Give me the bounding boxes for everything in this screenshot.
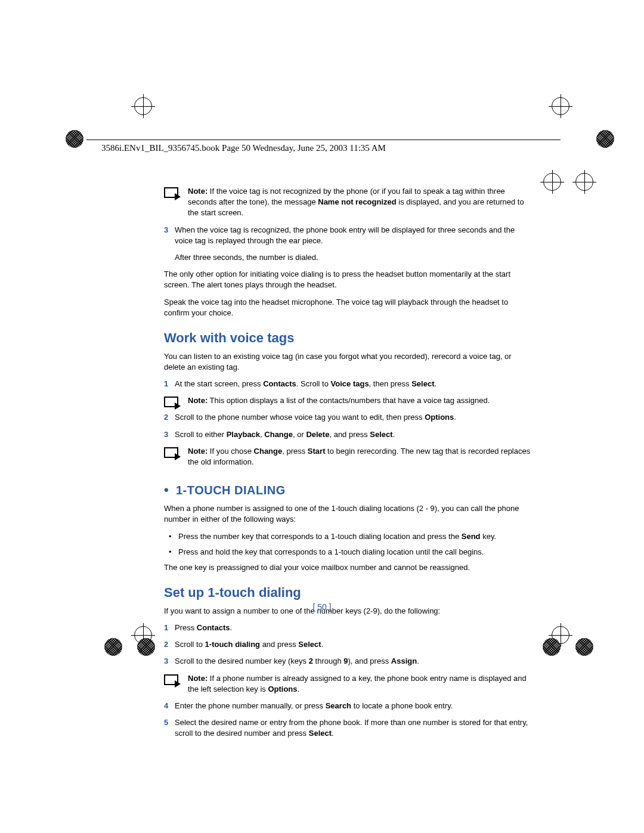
body-text: The only other option for initiating voi… xyxy=(164,269,531,290)
numbered-step: 1 Press Contacts. xyxy=(164,623,531,633)
registration-sphere xyxy=(543,638,561,656)
note-icon xyxy=(164,397,178,407)
header-rule xyxy=(86,140,561,140)
step-text: Scroll to either Playback, Change, or De… xyxy=(175,429,531,440)
note-block: Note: If the voice tag is not recognized… xyxy=(164,186,531,219)
step-number: 2 xyxy=(164,412,168,423)
step-text: Select the desired name or entry from th… xyxy=(175,717,531,739)
note-text: Note: If you chose Change, press Start t… xyxy=(188,446,531,467)
section-heading: 1-TOUCH DIALING xyxy=(164,482,531,498)
step-number: 3 xyxy=(164,225,168,236)
step-number: 1 xyxy=(164,623,168,633)
note-icon xyxy=(164,187,178,198)
page-number: [ 50 ] xyxy=(0,602,644,612)
numbered-step: 5 Select the desired name or entry from … xyxy=(164,717,531,739)
body-text: You can listen to an existing voice tag … xyxy=(164,351,531,373)
numbered-step: 3 Scroll to either Playback, Change, or … xyxy=(164,429,531,440)
numbered-step: 3 Scroll to the desired number key (keys… xyxy=(164,656,531,667)
registration-sphere xyxy=(575,638,593,656)
step-number: 5 xyxy=(164,717,168,728)
note-icon xyxy=(164,674,178,685)
numbered-step: 2 Scroll to the phone number whose voice… xyxy=(164,412,531,423)
page-content: Note: If the voice tag is not recognized… xyxy=(164,186,531,745)
step-text: Scroll to the phone number whose voice t… xyxy=(175,412,531,423)
crop-mark-right-1 xyxy=(540,170,564,194)
registration-sphere xyxy=(596,130,614,148)
step-number: 4 xyxy=(164,701,168,711)
step-number: 1 xyxy=(164,379,168,389)
subsection-heading: Set up 1-touch dialing xyxy=(164,584,531,602)
body-text: Speak the voice tag into the headset mic… xyxy=(164,297,531,318)
step-text: After three seconds, the number is diale… xyxy=(175,252,531,263)
step-text: When the voice tag is recognized, the ph… xyxy=(175,225,531,246)
note-block: Note: If a phone number is already assig… xyxy=(164,673,531,695)
body-text: The one key is preassigned to dial your … xyxy=(164,562,531,573)
crop-mark-right-2 xyxy=(572,170,596,194)
step-number: 3 xyxy=(164,429,168,440)
note-text: Note: If a phone number is already assig… xyxy=(188,673,531,695)
step-text: Scroll to the desired number key (keys 2… xyxy=(175,656,531,667)
note-icon xyxy=(164,447,178,458)
registration-sphere xyxy=(104,638,122,656)
note-block: Note: This option displays a list of the… xyxy=(164,395,531,406)
note-text: Note: If the voice tag is not recognized… xyxy=(188,186,531,219)
numbered-step: 3 When the voice tag is recognized, the … xyxy=(164,225,531,264)
crop-mark-top-right xyxy=(549,94,572,118)
numbered-step: 4 Enter the phone number manually, or pr… xyxy=(164,701,531,711)
numbered-step: 1 At the start screen, press Contacts. S… xyxy=(164,379,531,389)
bullet-item: Press and hold the key that corresponds … xyxy=(164,547,531,558)
step-number: 3 xyxy=(164,656,168,667)
body-text: When a phone number is assigned to one o… xyxy=(164,503,531,525)
step-text: Enter the phone number manually, or pres… xyxy=(175,701,531,711)
numbered-step: 2 Scroll to 1-touch dialing and press Se… xyxy=(164,639,531,650)
note-block: Note: If you chose Change, press Start t… xyxy=(164,446,531,467)
subsection-heading: Work with voice tags xyxy=(164,329,531,348)
bullet-item: Press the number key that corresponds to… xyxy=(164,531,531,542)
step-text: Scroll to 1-touch dialing and press Sele… xyxy=(175,639,531,650)
step-text: Press Contacts. xyxy=(175,623,531,633)
registration-sphere xyxy=(137,638,155,656)
crop-mark-top-left xyxy=(131,94,155,118)
step-number: 2 xyxy=(164,639,168,650)
header-imprint: 3586i.ENv1_BIL_9356745.book Page 50 Wedn… xyxy=(101,143,386,153)
registration-sphere xyxy=(66,130,83,148)
step-text: At the start screen, press Contacts. Scr… xyxy=(175,379,531,389)
note-text: Note: This option displays a list of the… xyxy=(188,395,531,406)
